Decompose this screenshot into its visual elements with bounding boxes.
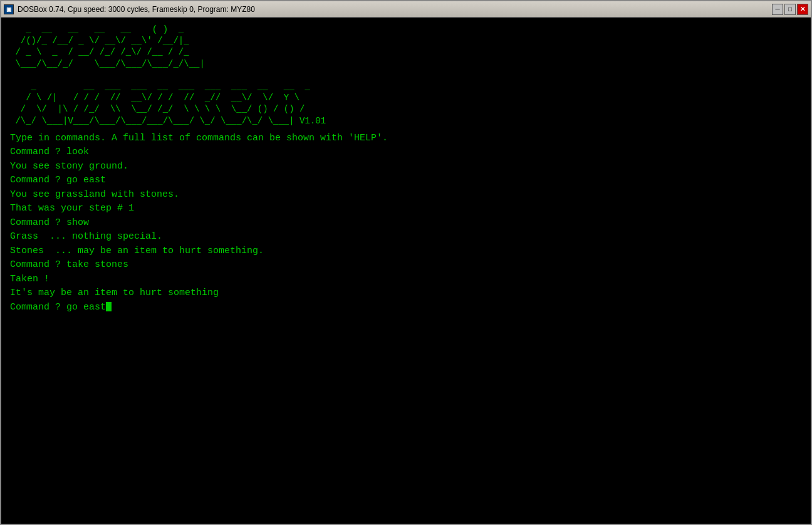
game-line-1: Command ? look [10,147,89,157]
app-icon-label: ▣ [6,6,12,13]
dosbox-screen[interactable]: _ __ __ __ __ ( ) _ /()/_ /__/ _ \/ __\/… [1,18,811,524]
close-button[interactable]: ✕ [797,4,808,15]
window-title: DOSBox 0.74, Cpu speed: 3000 cycles, Fra… [18,5,772,14]
game-line-12: Command ? go east [10,302,106,313]
game-line-2: You see stony ground. [10,161,128,172]
window-controls: ─ □ ✕ [772,4,808,15]
game-line-8: Stones ... may be an item to hurt someth… [10,246,264,256]
dosbox-window: ▣ DOSBox 0.74, Cpu speed: 3000 cycles, F… [0,0,812,525]
game-line-11: It's may be an item to hurt something [10,288,219,298]
game-line-0: Type in commands. A full list of command… [10,133,388,143]
game-line-5: That was your step # 1 [10,203,134,214]
maximize-button[interactable]: □ [784,4,796,15]
game-line-7: Grass ... nothing special. [10,231,162,242]
game-line-9: Command ? take stones [10,259,128,270]
game-line-3: Command ? go east [10,175,106,185]
cursor-blink [106,302,112,311]
titlebar: ▣ DOSBox 0.74, Cpu speed: 3000 cycles, F… [1,1,811,18]
game-line-6: Command ? show [10,217,89,228]
ascii-art-block: _ __ __ __ __ ( ) _ /()/_ /__/ _ \/ __\/… [10,24,802,127]
app-icon: ▣ [4,4,14,14]
game-output: Type in commands. A full list of command… [10,132,802,315]
minimize-button[interactable]: ─ [772,4,783,15]
game-line-4: You see grassland with stones. [10,189,179,200]
game-line-10: Taken ! [10,274,49,284]
